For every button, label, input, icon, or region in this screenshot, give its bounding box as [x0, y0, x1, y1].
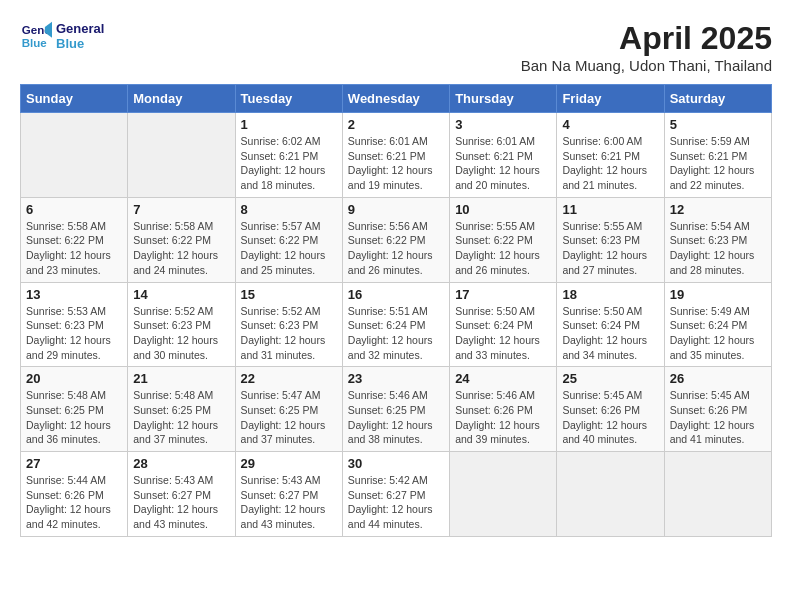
calendar-header-row: SundayMondayTuesdayWednesdayThursdayFrid…: [21, 85, 772, 113]
day-number: 8: [241, 202, 337, 217]
calendar-cell: [664, 452, 771, 537]
header-thursday: Thursday: [450, 85, 557, 113]
header-wednesday: Wednesday: [342, 85, 449, 113]
day-number: 6: [26, 202, 122, 217]
day-info: Sunrise: 5:49 AM Sunset: 6:24 PM Dayligh…: [670, 304, 766, 363]
day-info: Sunrise: 5:50 AM Sunset: 6:24 PM Dayligh…: [562, 304, 658, 363]
day-info: Sunrise: 6:00 AM Sunset: 6:21 PM Dayligh…: [562, 134, 658, 193]
day-number: 12: [670, 202, 766, 217]
day-info: Sunrise: 6:01 AM Sunset: 6:21 PM Dayligh…: [455, 134, 551, 193]
day-info: Sunrise: 5:56 AM Sunset: 6:22 PM Dayligh…: [348, 219, 444, 278]
svg-text:Blue: Blue: [22, 37, 48, 49]
day-number: 9: [348, 202, 444, 217]
day-info: Sunrise: 5:55 AM Sunset: 6:22 PM Dayligh…: [455, 219, 551, 278]
day-info: Sunrise: 5:46 AM Sunset: 6:26 PM Dayligh…: [455, 388, 551, 447]
day-number: 20: [26, 371, 122, 386]
day-info: Sunrise: 5:44 AM Sunset: 6:26 PM Dayligh…: [26, 473, 122, 532]
calendar-title: April 2025: [521, 20, 772, 57]
calendar-cell: 26Sunrise: 5:45 AM Sunset: 6:26 PM Dayli…: [664, 367, 771, 452]
day-number: 21: [133, 371, 229, 386]
day-number: 17: [455, 287, 551, 302]
calendar-cell: 11Sunrise: 5:55 AM Sunset: 6:23 PM Dayli…: [557, 197, 664, 282]
day-info: Sunrise: 5:50 AM Sunset: 6:24 PM Dayligh…: [455, 304, 551, 363]
calendar-cell: 28Sunrise: 5:43 AM Sunset: 6:27 PM Dayli…: [128, 452, 235, 537]
calendar-cell: 25Sunrise: 5:45 AM Sunset: 6:26 PM Dayli…: [557, 367, 664, 452]
day-number: 3: [455, 117, 551, 132]
day-info: Sunrise: 5:58 AM Sunset: 6:22 PM Dayligh…: [26, 219, 122, 278]
day-info: Sunrise: 5:58 AM Sunset: 6:22 PM Dayligh…: [133, 219, 229, 278]
day-number: 7: [133, 202, 229, 217]
calendar-cell: 19Sunrise: 5:49 AM Sunset: 6:24 PM Dayli…: [664, 282, 771, 367]
calendar-cell: [128, 113, 235, 198]
calendar-cell: 24Sunrise: 5:46 AM Sunset: 6:26 PM Dayli…: [450, 367, 557, 452]
calendar-week-1: 1Sunrise: 6:02 AM Sunset: 6:21 PM Daylig…: [21, 113, 772, 198]
day-info: Sunrise: 6:01 AM Sunset: 6:21 PM Dayligh…: [348, 134, 444, 193]
calendar-cell: 2Sunrise: 6:01 AM Sunset: 6:21 PM Daylig…: [342, 113, 449, 198]
calendar-cell: 7Sunrise: 5:58 AM Sunset: 6:22 PM Daylig…: [128, 197, 235, 282]
day-info: Sunrise: 5:52 AM Sunset: 6:23 PM Dayligh…: [133, 304, 229, 363]
day-number: 19: [670, 287, 766, 302]
logo-icon: General Blue: [20, 20, 52, 52]
day-info: Sunrise: 5:59 AM Sunset: 6:21 PM Dayligh…: [670, 134, 766, 193]
calendar-subtitle: Ban Na Muang, Udon Thani, Thailand: [521, 57, 772, 74]
calendar-cell: 12Sunrise: 5:54 AM Sunset: 6:23 PM Dayli…: [664, 197, 771, 282]
calendar-cell: 18Sunrise: 5:50 AM Sunset: 6:24 PM Dayli…: [557, 282, 664, 367]
header-sunday: Sunday: [21, 85, 128, 113]
day-info: Sunrise: 6:02 AM Sunset: 6:21 PM Dayligh…: [241, 134, 337, 193]
day-number: 1: [241, 117, 337, 132]
day-info: Sunrise: 5:53 AM Sunset: 6:23 PM Dayligh…: [26, 304, 122, 363]
day-number: 16: [348, 287, 444, 302]
day-number: 26: [670, 371, 766, 386]
calendar-cell: 29Sunrise: 5:43 AM Sunset: 6:27 PM Dayli…: [235, 452, 342, 537]
calendar-cell: 14Sunrise: 5:52 AM Sunset: 6:23 PM Dayli…: [128, 282, 235, 367]
day-number: 27: [26, 456, 122, 471]
day-number: 5: [670, 117, 766, 132]
calendar-week-3: 13Sunrise: 5:53 AM Sunset: 6:23 PM Dayli…: [21, 282, 772, 367]
page-header: General Blue General Blue April 2025 Ban…: [20, 20, 772, 74]
calendar-cell: 4Sunrise: 6:00 AM Sunset: 6:21 PM Daylig…: [557, 113, 664, 198]
calendar-cell: 5Sunrise: 5:59 AM Sunset: 6:21 PM Daylig…: [664, 113, 771, 198]
day-info: Sunrise: 5:57 AM Sunset: 6:22 PM Dayligh…: [241, 219, 337, 278]
calendar-cell: 23Sunrise: 5:46 AM Sunset: 6:25 PM Dayli…: [342, 367, 449, 452]
logo-text-blue: Blue: [56, 36, 104, 51]
day-number: 30: [348, 456, 444, 471]
calendar-cell: 21Sunrise: 5:48 AM Sunset: 6:25 PM Dayli…: [128, 367, 235, 452]
day-number: 22: [241, 371, 337, 386]
logo: General Blue General Blue: [20, 20, 104, 52]
calendar-cell: [557, 452, 664, 537]
header-monday: Monday: [128, 85, 235, 113]
calendar-cell: 13Sunrise: 5:53 AM Sunset: 6:23 PM Dayli…: [21, 282, 128, 367]
calendar-week-5: 27Sunrise: 5:44 AM Sunset: 6:26 PM Dayli…: [21, 452, 772, 537]
day-number: 23: [348, 371, 444, 386]
day-number: 18: [562, 287, 658, 302]
calendar-cell: 10Sunrise: 5:55 AM Sunset: 6:22 PM Dayli…: [450, 197, 557, 282]
day-info: Sunrise: 5:42 AM Sunset: 6:27 PM Dayligh…: [348, 473, 444, 532]
day-info: Sunrise: 5:45 AM Sunset: 6:26 PM Dayligh…: [562, 388, 658, 447]
calendar-week-2: 6Sunrise: 5:58 AM Sunset: 6:22 PM Daylig…: [21, 197, 772, 282]
day-number: 24: [455, 371, 551, 386]
day-number: 28: [133, 456, 229, 471]
calendar-cell: 22Sunrise: 5:47 AM Sunset: 6:25 PM Dayli…: [235, 367, 342, 452]
day-info: Sunrise: 5:48 AM Sunset: 6:25 PM Dayligh…: [26, 388, 122, 447]
title-block: April 2025 Ban Na Muang, Udon Thani, Tha…: [521, 20, 772, 74]
day-info: Sunrise: 5:45 AM Sunset: 6:26 PM Dayligh…: [670, 388, 766, 447]
day-number: 29: [241, 456, 337, 471]
header-friday: Friday: [557, 85, 664, 113]
logo-text-general: General: [56, 21, 104, 36]
day-info: Sunrise: 5:54 AM Sunset: 6:23 PM Dayligh…: [670, 219, 766, 278]
day-info: Sunrise: 5:52 AM Sunset: 6:23 PM Dayligh…: [241, 304, 337, 363]
calendar-cell: 30Sunrise: 5:42 AM Sunset: 6:27 PM Dayli…: [342, 452, 449, 537]
day-info: Sunrise: 5:43 AM Sunset: 6:27 PM Dayligh…: [241, 473, 337, 532]
calendar-cell: 8Sunrise: 5:57 AM Sunset: 6:22 PM Daylig…: [235, 197, 342, 282]
calendar-cell: 27Sunrise: 5:44 AM Sunset: 6:26 PM Dayli…: [21, 452, 128, 537]
calendar-cell: [450, 452, 557, 537]
day-info: Sunrise: 5:48 AM Sunset: 6:25 PM Dayligh…: [133, 388, 229, 447]
day-number: 2: [348, 117, 444, 132]
calendar-cell: 15Sunrise: 5:52 AM Sunset: 6:23 PM Dayli…: [235, 282, 342, 367]
calendar-cell: 17Sunrise: 5:50 AM Sunset: 6:24 PM Dayli…: [450, 282, 557, 367]
calendar-cell: 20Sunrise: 5:48 AM Sunset: 6:25 PM Dayli…: [21, 367, 128, 452]
calendar-table: SundayMondayTuesdayWednesdayThursdayFrid…: [20, 84, 772, 537]
calendar-body: 1Sunrise: 6:02 AM Sunset: 6:21 PM Daylig…: [21, 113, 772, 537]
day-number: 10: [455, 202, 551, 217]
calendar-cell: 1Sunrise: 6:02 AM Sunset: 6:21 PM Daylig…: [235, 113, 342, 198]
